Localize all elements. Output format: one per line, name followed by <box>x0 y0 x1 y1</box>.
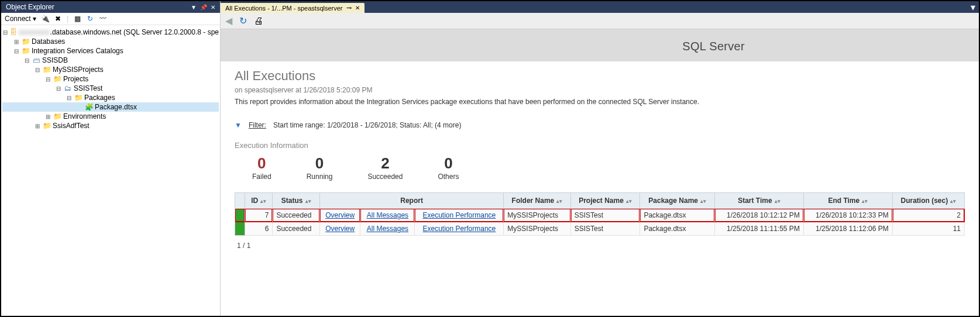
col-package[interactable]: Package Name▴▾ <box>640 193 715 209</box>
refresh-icon[interactable]: ↻ <box>239 15 247 26</box>
tree-label: Databases <box>32 37 65 46</box>
sort-icon[interactable]: ▴▾ <box>700 198 706 204</box>
tree-label: Environments <box>63 112 106 120</box>
tree-node-ssistest[interactable]: ⊟ 🗂 SSISTest <box>2 84 219 93</box>
funnel-icon[interactable]: ▼ <box>235 121 242 129</box>
catalog-icon: 🗃 <box>32 56 41 64</box>
back-icon[interactable]: ◀ <box>225 15 232 26</box>
collapse-icon[interactable]: ⊟ <box>34 67 41 73</box>
counter-label: Failed <box>252 173 271 181</box>
cell-status: Succeeded <box>273 209 320 222</box>
collapse-icon[interactable]: ⊟ <box>2 29 8 36</box>
report-toolbar: ◀ ↻ 🖨 <box>221 13 979 29</box>
disconnect-icon[interactable]: ✖ <box>54 15 62 23</box>
overview-link[interactable]: Overview <box>324 225 356 233</box>
exec-perf-link[interactable]: Execution Performance <box>418 211 500 219</box>
filter-summary: Start time range: 1/20/2018 - 1/26/2018;… <box>273 121 462 129</box>
tab-pin-icon[interactable]: ⊸ <box>346 4 352 12</box>
cell-link-execperf: Execution Performance <box>415 222 504 236</box>
close-icon[interactable]: ✕ <box>211 4 215 11</box>
activity-icon[interactable]: 〰 <box>99 15 107 23</box>
cell-link-allmsg: All Messages <box>360 222 415 236</box>
sort-icon[interactable]: ▴▾ <box>626 198 632 204</box>
expand-icon[interactable]: ⊞ <box>44 113 51 120</box>
tree-node-ssisadftest[interactable]: ⊞ 📁 SsisAdfTest <box>2 121 219 130</box>
exec-perf-link[interactable]: Execution Performance <box>418 225 500 233</box>
tree-node-projects[interactable]: ⊟ 📁 Projects <box>2 74 219 84</box>
col-end[interactable]: End Time▴▾ <box>803 193 892 209</box>
col-folder[interactable]: Folder Name▴▾ <box>504 193 570 209</box>
col-report: Report <box>319 193 503 209</box>
sql-server-brand: SQL Server <box>682 40 955 53</box>
sort-icon[interactable]: ▴▾ <box>950 198 956 204</box>
tree-label: SSISDB <box>42 56 68 64</box>
connect-icon[interactable]: 🔌 <box>41 15 49 23</box>
all-messages-link[interactable]: All Messages <box>364 211 411 219</box>
expand-icon[interactable]: ⊞ <box>13 39 20 45</box>
tree-node-databases[interactable]: ⊞ 📁 Databases <box>2 37 219 46</box>
cell-end: 1/25/2018 11:12:06 PM <box>803 222 892 236</box>
tree-node-environments[interactable]: ⊞ 📁 Environments <box>2 112 219 121</box>
section-title: Execution Information <box>235 141 965 150</box>
print-icon[interactable]: 🖨 <box>254 16 263 26</box>
counter-value: 2 <box>367 154 403 173</box>
filter-link[interactable]: Filter: <box>249 121 266 129</box>
filter-icon[interactable]: ▦ <box>73 15 81 23</box>
cell-duration: 11 <box>892 222 964 236</box>
col-start[interactable]: Start Time▴▾ <box>714 193 803 209</box>
tree-node-server[interactable]: ⊟ 🗄 xxxxxxxxx.database.windows.net (SQL … <box>2 27 219 37</box>
collapse-icon[interactable]: ⊟ <box>66 95 73 101</box>
counter-label: Running <box>307 173 333 181</box>
refresh-icon[interactable]: ↻ <box>86 15 94 23</box>
col-status[interactable]: Status▴▾ <box>273 193 320 209</box>
collapse-icon[interactable]: ⊟ <box>55 85 62 92</box>
report-description: This report provides information about t… <box>235 98 965 106</box>
collapse-icon[interactable]: ⊟ <box>44 76 51 82</box>
tab-label: All Executions - 1/...PM - speastsqlserv… <box>225 5 343 12</box>
col-duration[interactable]: Duration (sec)▴▾ <box>892 193 964 209</box>
sort-icon[interactable]: ▴▾ <box>775 198 780 204</box>
collapse-icon[interactable]: ⊟ <box>23 57 30 64</box>
counter-failed: 0 Failed <box>252 154 271 181</box>
counters-row: 0 Failed 0 Running 2 Succeeded 0 Others <box>252 154 965 181</box>
executions-table: ID▴▾ Status▴▾ Report Folder Name▴▾ Proje… <box>235 192 965 236</box>
sort-icon[interactable]: ▴▾ <box>556 198 562 204</box>
sort-icon[interactable]: ▴▾ <box>305 198 311 204</box>
collapse-icon[interactable]: ⊟ <box>13 48 20 54</box>
folder-icon: 📁 <box>53 75 62 83</box>
leaf-spacer <box>76 104 83 111</box>
folder-icon: 📁 <box>53 112 62 120</box>
cell-start: 1/26/2018 10:12:12 PM <box>714 209 803 222</box>
col-id[interactable]: ID▴▾ <box>245 193 273 209</box>
tree-node-isc[interactable]: ⊟ 📁 Integration Services Catalogs <box>2 46 219 56</box>
cell-project: SSISTest <box>570 209 640 222</box>
tab-close-icon[interactable]: ✕ <box>355 5 360 11</box>
pin-icon[interactable]: 📌 <box>200 4 207 11</box>
object-explorer-tree: ⊟ 🗄 xxxxxxxxx.database.windows.net (SQL … <box>1 25 220 133</box>
overview-link[interactable]: Overview <box>324 211 356 219</box>
server-label: .database.windows.net (SQL Server 12.0.2… <box>50 28 219 36</box>
tree-node-package-dtsx[interactable]: 🧩 Package.dtsx <box>2 102 219 112</box>
tree-node-myssisprojects[interactable]: ⊟ 📁 MySSISProjects <box>2 65 219 74</box>
table-row[interactable]: 6 Succeeded Overview All Messages Execut… <box>235 222 965 236</box>
col-project[interactable]: Project Name▴▾ <box>570 193 640 209</box>
tab-overflow-icon[interactable]: ▾ <box>967 2 979 13</box>
server-prefix-blur: xxxxxxxxx <box>19 28 50 36</box>
sort-icon[interactable]: ▴▾ <box>260 198 266 204</box>
connect-button[interactable]: Connect ▾ <box>5 15 36 23</box>
col-statusbar <box>235 193 245 209</box>
tree-node-ssisdb[interactable]: ⊟ 🗃 SSISDB <box>2 56 219 65</box>
tree-node-packages[interactable]: ⊟ 📁 Packages <box>2 93 219 102</box>
cell-link-execperf: Execution Performance <box>415 209 504 222</box>
sort-icon[interactable]: ▴▾ <box>862 198 868 204</box>
filter-row: ▼ Filter: Start time range: 1/20/2018 - … <box>235 121 965 129</box>
all-messages-link[interactable]: All Messages <box>364 225 411 233</box>
tab-all-executions[interactable]: All Executions - 1/...PM - speastsqlserv… <box>221 3 365 13</box>
table-row[interactable]: 7 Succeeded Overview All Messages Execut… <box>235 209 965 222</box>
folder-icon: 📁 <box>42 66 51 74</box>
expand-icon[interactable]: ⊞ <box>34 123 41 129</box>
panel-dropdown-icon[interactable]: ▼ <box>191 4 197 11</box>
counter-value: 0 <box>307 154 333 173</box>
report-area: SQL Server All Executions on speastsqlse… <box>221 29 979 316</box>
cell-folder: MySSISProjects <box>504 209 570 222</box>
